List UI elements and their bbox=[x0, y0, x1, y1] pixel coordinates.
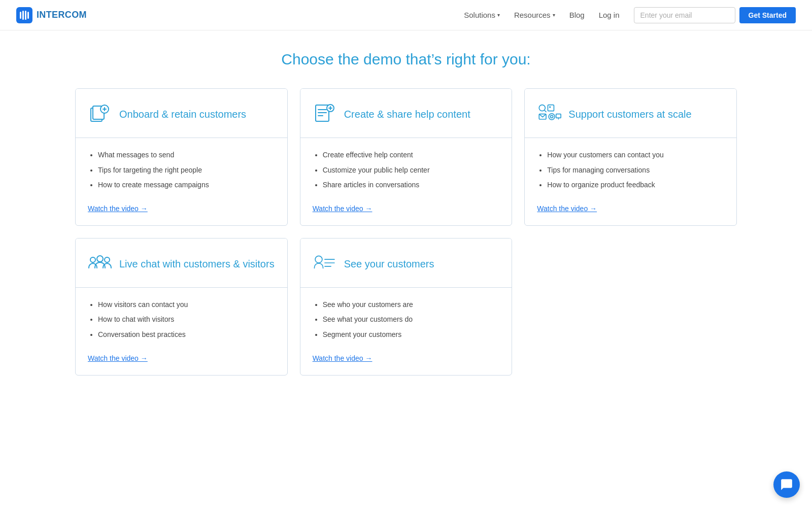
support-watch-link[interactable]: Watch the video → bbox=[537, 205, 597, 213]
card-see-customers: See your customers See who your customer… bbox=[300, 238, 513, 376]
seecust-watch-link[interactable]: Watch the video → bbox=[313, 354, 373, 362]
card-live-chat-body: How visitors can contact you How to chat… bbox=[76, 288, 287, 375]
nav-resources[interactable]: Resources ▾ bbox=[514, 11, 555, 19]
live-chat-icon bbox=[88, 251, 112, 277]
svg-rect-19 bbox=[548, 105, 554, 111]
support-bullet-2: Tips for managing conversations bbox=[547, 165, 724, 176]
see-customers-icon bbox=[313, 251, 337, 277]
onboard-watch-link[interactable]: Watch the video → bbox=[88, 205, 148, 213]
card-onboard-body: What messages to send Tips for targeting… bbox=[76, 138, 287, 225]
create-bullet-1: Create effective help content bbox=[323, 150, 500, 160]
logo-link[interactable]: INTERCOM bbox=[16, 7, 87, 23]
card-live-chat-header: Live chat with customers & visitors bbox=[76, 239, 287, 288]
svg-point-30 bbox=[315, 256, 322, 263]
svg-rect-4 bbox=[27, 12, 29, 19]
onboard-bullet-1: What messages to send bbox=[98, 150, 275, 160]
main-content: Choose the demo that’s right for you: On… bbox=[51, 30, 761, 406]
seecust-bullet-2: See what your customers do bbox=[323, 315, 500, 325]
livechat-bullet-2: How to chat with visitors bbox=[98, 315, 275, 325]
card-see-customers-body: See who your customers are See what your… bbox=[300, 288, 512, 375]
create-watch-link[interactable]: Watch the video → bbox=[313, 205, 373, 213]
nav-links: Solutions ▾ Resources ▾ Blog Log in bbox=[464, 11, 619, 19]
card-onboard: Onboard & retain customers What messages… bbox=[75, 88, 288, 226]
card-support-scale: Support customers at scale How your cust… bbox=[524, 88, 737, 226]
svg-rect-3 bbox=[25, 11, 26, 20]
card-onboard-header: Onboard & retain customers bbox=[76, 89, 287, 138]
nav-solutions[interactable]: Solutions ▾ bbox=[464, 11, 500, 19]
support-scale-icon bbox=[537, 101, 561, 127]
card-create-share-title: Create & share help content bbox=[344, 108, 470, 121]
card-live-chat: Live chat with customers & visitors How … bbox=[75, 238, 288, 376]
card-live-chat-title: Live chat with customers & visitors bbox=[119, 257, 275, 270]
svg-point-20 bbox=[549, 106, 551, 108]
svg-line-18 bbox=[545, 110, 546, 112]
card-onboard-title: Onboard & retain customers bbox=[119, 108, 246, 121]
email-input[interactable] bbox=[634, 7, 735, 23]
demo-grid-bottom: Live chat with customers & visitors How … bbox=[75, 238, 737, 376]
svg-point-23 bbox=[551, 115, 553, 118]
svg-point-28 bbox=[97, 256, 103, 262]
card-support-scale-body: How your customers can contact you Tips … bbox=[525, 138, 736, 225]
support-bullet-1: How your customers can contact you bbox=[547, 150, 724, 160]
page-title: Choose the demo that’s right for you: bbox=[75, 51, 737, 68]
seecust-bullet-1: See who your customers are bbox=[323, 300, 500, 310]
onboard-bullet-2: Tips for targeting the right people bbox=[98, 165, 275, 176]
support-bullet-3: How to organize product feedback bbox=[547, 180, 724, 190]
livechat-bullet-3: Conversation best practices bbox=[98, 330, 275, 340]
solutions-arrow-icon: ▾ bbox=[497, 12, 500, 18]
create-share-icon bbox=[313, 101, 337, 127]
resources-arrow-icon: ▾ bbox=[553, 12, 555, 18]
svg-rect-24 bbox=[556, 114, 561, 118]
navigation: INTERCOM Solutions ▾ Resources ▾ Blog Lo… bbox=[0, 0, 812, 30]
svg-rect-1 bbox=[20, 12, 21, 19]
get-started-button[interactable]: Get Started bbox=[739, 7, 796, 23]
livechat-bullet-1: How visitors can contact you bbox=[98, 300, 275, 310]
create-bullet-3: Share articles in conversations bbox=[323, 180, 500, 190]
livechat-watch-link[interactable]: Watch the video → bbox=[88, 354, 148, 362]
create-bullet-2: Customize your public help center bbox=[323, 165, 500, 176]
demo-grid-top: Onboard & retain customers What messages… bbox=[75, 88, 737, 226]
onboard-bullet-3: How to create message campaigns bbox=[98, 180, 275, 190]
card-support-scale-title: Support customers at scale bbox=[568, 108, 691, 121]
svg-point-22 bbox=[549, 114, 555, 120]
card-see-customers-header: See your customers bbox=[300, 239, 512, 288]
card-create-share-body: Create effective help content Customize … bbox=[300, 138, 512, 225]
card-support-scale-header: Support customers at scale bbox=[525, 89, 736, 138]
logo-text: INTERCOM bbox=[37, 10, 87, 20]
svg-point-29 bbox=[105, 257, 110, 262]
card-create-share: Create & share help content Create effec… bbox=[300, 88, 513, 226]
card-create-share-header: Create & share help content bbox=[300, 89, 512, 138]
nav-blog[interactable]: Blog bbox=[569, 11, 585, 19]
svg-point-27 bbox=[90, 257, 95, 262]
svg-rect-2 bbox=[22, 11, 24, 20]
svg-rect-0 bbox=[16, 7, 32, 23]
card-see-customers-title: See your customers bbox=[344, 257, 434, 270]
seecust-bullet-3: Segment your customers bbox=[323, 330, 500, 340]
onboard-icon bbox=[88, 101, 112, 127]
nav-login[interactable]: Log in bbox=[599, 11, 620, 19]
